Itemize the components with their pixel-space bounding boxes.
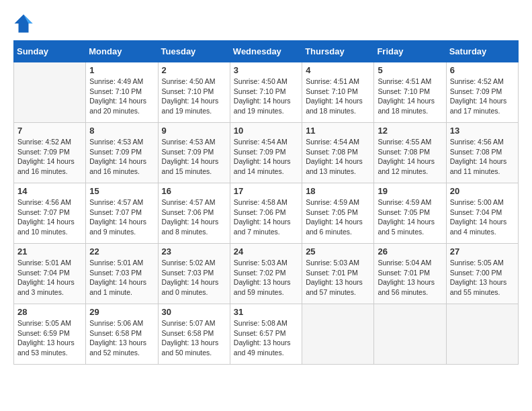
- calendar-cell: 7Sunrise: 4:52 AM Sunset: 7:09 PM Daylig…: [14, 123, 86, 183]
- calendar-cell: 18Sunrise: 4:59 AM Sunset: 7:05 PM Dayli…: [302, 183, 374, 244]
- day-info: Sunrise: 4:59 AM Sunset: 7:05 PM Dayligh…: [306, 197, 370, 237]
- calendar-cell: 13Sunrise: 4:56 AM Sunset: 7:08 PM Dayli…: [446, 123, 518, 183]
- day-info: Sunrise: 4:56 AM Sunset: 7:08 PM Dayligh…: [450, 137, 515, 177]
- day-number: 31: [234, 307, 298, 317]
- calendar-week-4: 21Sunrise: 5:01 AM Sunset: 7:04 PM Dayli…: [14, 244, 519, 304]
- day-number: 16: [162, 186, 226, 196]
- calendar-cell: 12Sunrise: 4:55 AM Sunset: 7:08 PM Dayli…: [374, 123, 446, 183]
- day-info: Sunrise: 4:52 AM Sunset: 7:09 PM Dayligh…: [17, 137, 82, 177]
- calendar-cell: 14Sunrise: 4:56 AM Sunset: 7:07 PM Dayli…: [14, 183, 86, 244]
- day-info: Sunrise: 4:57 AM Sunset: 7:06 PM Dayligh…: [162, 197, 226, 237]
- calendar-cell: 28Sunrise: 5:05 AM Sunset: 6:59 PM Dayli…: [14, 304, 86, 365]
- day-info: Sunrise: 4:50 AM Sunset: 7:10 PM Dayligh…: [162, 77, 226, 116]
- calendar-cell: 9Sunrise: 4:53 AM Sunset: 7:09 PM Daylig…: [158, 123, 230, 183]
- calendar-cell: 25Sunrise: 5:03 AM Sunset: 7:01 PM Dayli…: [302, 244, 374, 304]
- calendar-cell: [374, 304, 446, 365]
- calendar-cell: 4Sunrise: 4:51 AM Sunset: 7:10 PM Daylig…: [302, 62, 374, 123]
- day-number: 18: [306, 186, 370, 196]
- page-header: [13, 13, 519, 34]
- weekday-header-thursday: Thursday: [302, 41, 374, 62]
- day-info: Sunrise: 4:52 AM Sunset: 7:09 PM Dayligh…: [450, 77, 515, 116]
- calendar-cell: 30Sunrise: 5:07 AM Sunset: 6:58 PM Dayli…: [158, 304, 230, 365]
- day-number: 4: [306, 65, 370, 75]
- day-info: Sunrise: 4:55 AM Sunset: 7:08 PM Dayligh…: [378, 137, 442, 177]
- weekday-header-sunday: Sunday: [14, 41, 86, 62]
- calendar-cell: 27Sunrise: 5:05 AM Sunset: 7:00 PM Dayli…: [446, 244, 518, 304]
- calendar-cell: 2Sunrise: 4:50 AM Sunset: 7:10 PM Daylig…: [158, 62, 230, 123]
- day-number: 3: [234, 65, 298, 75]
- day-number: 30: [162, 307, 226, 317]
- day-info: Sunrise: 5:07 AM Sunset: 6:58 PM Dayligh…: [162, 318, 226, 358]
- day-info: Sunrise: 4:51 AM Sunset: 7:10 PM Dayligh…: [306, 77, 370, 116]
- weekday-header-row: SundayMondayTuesdayWednesdayThursdayFrid…: [14, 41, 519, 62]
- day-info: Sunrise: 5:03 AM Sunset: 7:01 PM Dayligh…: [306, 258, 370, 298]
- day-info: Sunrise: 5:01 AM Sunset: 7:03 PM Dayligh…: [89, 258, 154, 298]
- day-number: 8: [89, 126, 154, 136]
- day-number: 28: [17, 307, 82, 317]
- day-number: 5: [378, 65, 442, 75]
- day-number: 7: [17, 126, 82, 136]
- weekday-header-saturday: Saturday: [446, 41, 518, 62]
- day-info: Sunrise: 5:03 AM Sunset: 7:02 PM Dayligh…: [234, 258, 298, 298]
- day-info: Sunrise: 4:51 AM Sunset: 7:10 PM Dayligh…: [378, 77, 442, 116]
- day-number: 27: [450, 246, 515, 257]
- day-number: 11: [306, 126, 370, 136]
- day-info: Sunrise: 5:04 AM Sunset: 7:01 PM Dayligh…: [378, 258, 442, 298]
- day-number: 2: [162, 65, 226, 75]
- day-number: 6: [450, 65, 515, 75]
- calendar-cell: 24Sunrise: 5:03 AM Sunset: 7:02 PM Dayli…: [230, 244, 302, 304]
- calendar-cell: 11Sunrise: 4:54 AM Sunset: 7:08 PM Dayli…: [302, 123, 374, 183]
- calendar-cell: [302, 304, 374, 365]
- day-info: Sunrise: 5:02 AM Sunset: 7:03 PM Dayligh…: [162, 258, 226, 298]
- day-info: Sunrise: 4:53 AM Sunset: 7:09 PM Dayligh…: [162, 137, 226, 177]
- day-number: 19: [378, 186, 442, 196]
- calendar-cell: 23Sunrise: 5:02 AM Sunset: 7:03 PM Dayli…: [158, 244, 230, 304]
- calendar-cell: 16Sunrise: 4:57 AM Sunset: 7:06 PM Dayli…: [158, 183, 230, 244]
- day-number: 15: [89, 186, 154, 196]
- day-info: Sunrise: 5:08 AM Sunset: 6:57 PM Dayligh…: [234, 318, 298, 358]
- day-number: 13: [450, 126, 515, 136]
- day-info: Sunrise: 4:54 AM Sunset: 7:08 PM Dayligh…: [306, 137, 370, 177]
- calendar-week-5: 28Sunrise: 5:05 AM Sunset: 6:59 PM Dayli…: [14, 304, 519, 365]
- day-info: Sunrise: 4:56 AM Sunset: 7:07 PM Dayligh…: [17, 197, 82, 237]
- day-number: 21: [17, 246, 82, 257]
- calendar-cell: [14, 62, 86, 123]
- calendar-week-3: 14Sunrise: 4:56 AM Sunset: 7:07 PM Dayli…: [14, 183, 519, 244]
- day-info: Sunrise: 5:05 AM Sunset: 7:00 PM Dayligh…: [450, 258, 515, 298]
- calendar-cell: 5Sunrise: 4:51 AM Sunset: 7:10 PM Daylig…: [374, 62, 446, 123]
- day-number: 14: [17, 186, 82, 196]
- calendar-cell: 10Sunrise: 4:54 AM Sunset: 7:09 PM Dayli…: [230, 123, 302, 183]
- day-info: Sunrise: 4:58 AM Sunset: 7:06 PM Dayligh…: [234, 197, 298, 237]
- calendar-week-1: 1Sunrise: 4:49 AM Sunset: 7:10 PM Daylig…: [14, 62, 519, 123]
- calendar-cell: 1Sunrise: 4:49 AM Sunset: 7:10 PM Daylig…: [86, 62, 158, 123]
- calendar-cell: 15Sunrise: 4:57 AM Sunset: 7:07 PM Dayli…: [86, 183, 158, 244]
- day-number: 20: [450, 186, 515, 196]
- day-info: Sunrise: 4:54 AM Sunset: 7:09 PM Dayligh…: [234, 137, 298, 177]
- day-number: 17: [234, 186, 298, 196]
- calendar-cell: 22Sunrise: 5:01 AM Sunset: 7:03 PM Dayli…: [86, 244, 158, 304]
- day-number: 12: [378, 126, 442, 136]
- calendar-cell: 31Sunrise: 5:08 AM Sunset: 6:57 PM Dayli…: [230, 304, 302, 365]
- weekday-header-tuesday: Tuesday: [158, 41, 230, 62]
- day-number: 23: [162, 246, 226, 257]
- day-info: Sunrise: 5:06 AM Sunset: 6:58 PM Dayligh…: [89, 318, 154, 358]
- day-number: 22: [89, 246, 154, 257]
- day-info: Sunrise: 4:57 AM Sunset: 7:07 PM Dayligh…: [89, 197, 154, 237]
- calendar-cell: 29Sunrise: 5:06 AM Sunset: 6:58 PM Dayli…: [86, 304, 158, 365]
- calendar-cell: 17Sunrise: 4:58 AM Sunset: 7:06 PM Dayli…: [230, 183, 302, 244]
- day-number: 26: [378, 246, 442, 257]
- day-info: Sunrise: 5:01 AM Sunset: 7:04 PM Dayligh…: [17, 258, 82, 298]
- day-info: Sunrise: 4:59 AM Sunset: 7:05 PM Dayligh…: [378, 197, 442, 237]
- day-number: 29: [89, 307, 154, 317]
- calendar-cell: 20Sunrise: 5:00 AM Sunset: 7:04 PM Dayli…: [446, 183, 518, 244]
- day-number: 25: [306, 246, 370, 257]
- day-info: Sunrise: 5:05 AM Sunset: 6:59 PM Dayligh…: [17, 318, 82, 358]
- calendar-cell: 8Sunrise: 4:53 AM Sunset: 7:09 PM Daylig…: [86, 123, 158, 183]
- weekday-header-monday: Monday: [86, 41, 158, 62]
- calendar-cell: 19Sunrise: 4:59 AM Sunset: 7:05 PM Dayli…: [374, 183, 446, 244]
- day-number: 9: [162, 126, 226, 136]
- calendar-cell: 26Sunrise: 5:04 AM Sunset: 7:01 PM Dayli…: [374, 244, 446, 304]
- calendar-cell: [446, 304, 518, 365]
- day-info: Sunrise: 5:00 AM Sunset: 7:04 PM Dayligh…: [450, 197, 515, 237]
- calendar-cell: 21Sunrise: 5:01 AM Sunset: 7:04 PM Dayli…: [14, 244, 86, 304]
